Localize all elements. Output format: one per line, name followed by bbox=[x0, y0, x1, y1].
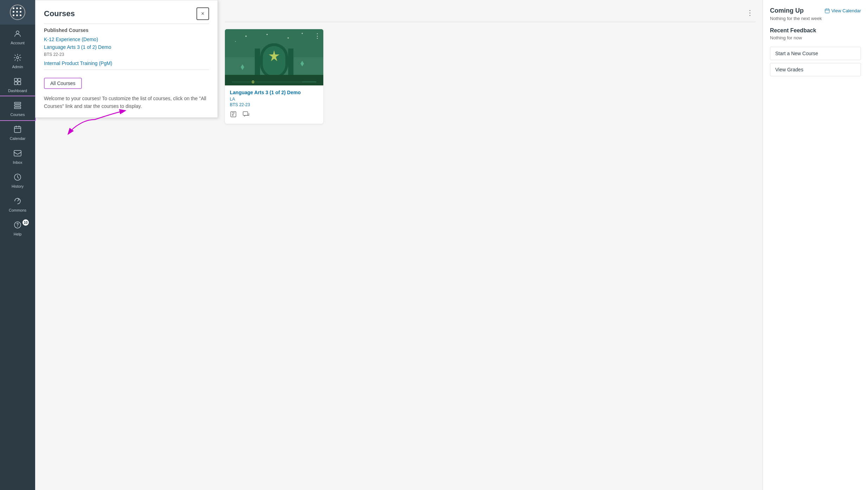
svg-rect-5 bbox=[18, 82, 21, 85]
sidebar-item-help[interactable]: 10 Help bbox=[0, 216, 35, 240]
svg-point-18 bbox=[267, 34, 268, 35]
course-link-lang-arts[interactable]: Language Arts 3 (1 of 2) Demo bbox=[44, 44, 209, 50]
sidebar-item-calendar[interactable]: Calendar bbox=[0, 120, 35, 144]
sidebar-item-dashboard[interactable]: Dashboard bbox=[0, 72, 35, 96]
svg-point-19 bbox=[287, 37, 289, 39]
main-area: Courses × Published Courses K-12 Experie… bbox=[35, 0, 868, 490]
dashboard-icon bbox=[13, 77, 22, 87]
history-icon bbox=[13, 173, 22, 183]
svg-rect-10 bbox=[14, 150, 21, 156]
course-link-internal[interactable]: Internal Product Training (PgM) bbox=[44, 60, 209, 66]
sidebar-item-label-history: History bbox=[12, 184, 24, 188]
sidebar-item-admin[interactable]: Admin bbox=[0, 49, 35, 72]
svg-rect-27 bbox=[225, 75, 323, 85]
card-course-code: LA bbox=[230, 97, 318, 102]
sidebar-item-inbox[interactable]: Inbox bbox=[0, 144, 35, 168]
right-panel-header: Coming Up View Calendar bbox=[770, 7, 861, 14]
nothing-next-week: Nothing for the next week bbox=[770, 16, 861, 21]
start-new-course-button[interactable]: Start a New Course bbox=[770, 47, 861, 60]
cards-header: ⋮ bbox=[225, 7, 756, 18]
sidebar-item-label-dashboard: Dashboard bbox=[8, 89, 27, 93]
all-courses-button[interactable]: All Courses bbox=[44, 78, 82, 89]
help-badge: 10 bbox=[22, 219, 29, 226]
sidebar-item-commons[interactable]: Commons bbox=[0, 192, 35, 216]
svg-rect-32 bbox=[232, 81, 302, 83]
course-card: ⋮ Language Arts 3 (1 of 2) Demo LA BTS 2… bbox=[225, 29, 323, 124]
svg-point-20 bbox=[302, 33, 303, 34]
svg-point-21 bbox=[235, 41, 236, 42]
card-image: ⋮ bbox=[225, 29, 323, 85]
card-course-name[interactable]: Language Arts 3 (1 of 2) Demo bbox=[230, 90, 318, 95]
app-logo bbox=[0, 0, 35, 25]
sidebar-item-label-commons: Commons bbox=[9, 208, 26, 212]
svg-rect-34 bbox=[243, 112, 248, 116]
svg-rect-7 bbox=[14, 105, 21, 106]
dropdown-title: Courses bbox=[44, 9, 75, 18]
help-text: Welcome to your courses! To customize th… bbox=[44, 95, 209, 110]
cards-area: ⋮ bbox=[218, 0, 763, 490]
svg-rect-8 bbox=[14, 107, 21, 109]
view-grades-button[interactable]: View Grades bbox=[770, 63, 861, 76]
sidebar-item-label-courses: Courses bbox=[11, 112, 25, 117]
dropdown-header: Courses × bbox=[44, 7, 209, 20]
inbox-icon bbox=[13, 149, 22, 159]
divider-mid bbox=[44, 70, 209, 70]
account-icon bbox=[13, 30, 22, 39]
card-discussion-icon[interactable] bbox=[242, 111, 250, 120]
sidebar-item-account[interactable]: Account bbox=[0, 25, 35, 49]
svg-rect-35 bbox=[825, 9, 829, 13]
courses-icon bbox=[13, 101, 22, 111]
svg-point-1 bbox=[17, 57, 19, 59]
sidebar-item-label-inbox: Inbox bbox=[13, 160, 22, 165]
svg-rect-2 bbox=[14, 78, 17, 81]
card-term: BTS 22-23 bbox=[230, 102, 318, 107]
more-options-button[interactable]: ⋮ bbox=[744, 7, 756, 18]
logo-circle bbox=[10, 5, 25, 20]
svg-rect-9 bbox=[14, 127, 21, 133]
published-courses-title: Published Courses bbox=[44, 27, 209, 33]
divider-top bbox=[44, 24, 209, 24]
admin-icon bbox=[13, 53, 22, 63]
card-illustration bbox=[225, 29, 323, 85]
card-menu-button[interactable]: ⋮ bbox=[314, 32, 320, 40]
view-calendar-link[interactable]: View Calendar bbox=[824, 8, 861, 14]
close-button[interactable]: × bbox=[196, 7, 209, 20]
card-action-icons bbox=[230, 111, 318, 120]
courses-dropdown: Courses × Published Courses K-12 Experie… bbox=[35, 0, 218, 118]
sidebar-item-courses[interactable]: Courses bbox=[0, 96, 35, 120]
svg-rect-3 bbox=[18, 78, 21, 81]
course-sub-lang-arts: BTS 22-23 bbox=[44, 52, 209, 57]
commons-icon bbox=[13, 197, 22, 207]
calendar-small-icon bbox=[824, 8, 830, 14]
svg-point-17 bbox=[245, 36, 247, 37]
sidebar-item-label-help: Help bbox=[14, 232, 22, 236]
sidebar-item-history[interactable]: History bbox=[0, 168, 35, 192]
sidebar: Account Admin Dashboard Courses Calendar… bbox=[0, 0, 35, 490]
cards-divider bbox=[225, 22, 756, 22]
sidebar-item-label-account: Account bbox=[11, 41, 25, 45]
svg-point-0 bbox=[16, 31, 19, 34]
nothing-for-now: Nothing for now bbox=[770, 35, 861, 40]
recent-feedback-title: Recent Feedback bbox=[770, 27, 861, 34]
right-panel: Coming Up View Calendar Nothing for the … bbox=[763, 0, 868, 490]
sidebar-item-label-admin: Admin bbox=[12, 65, 23, 69]
card-assignment-icon[interactable] bbox=[230, 111, 237, 120]
logo-dots bbox=[13, 7, 22, 17]
sidebar-item-label-calendar: Calendar bbox=[10, 136, 26, 141]
svg-rect-4 bbox=[14, 82, 17, 85]
course-link-k12[interactable]: K-12 Experience (Demo) bbox=[44, 37, 209, 42]
calendar-icon bbox=[13, 125, 22, 135]
help-icon bbox=[13, 221, 22, 231]
card-body: Language Arts 3 (1 of 2) Demo LA BTS 22-… bbox=[225, 85, 323, 124]
svg-rect-6 bbox=[14, 102, 21, 104]
coming-up-title: Coming Up bbox=[770, 7, 804, 14]
